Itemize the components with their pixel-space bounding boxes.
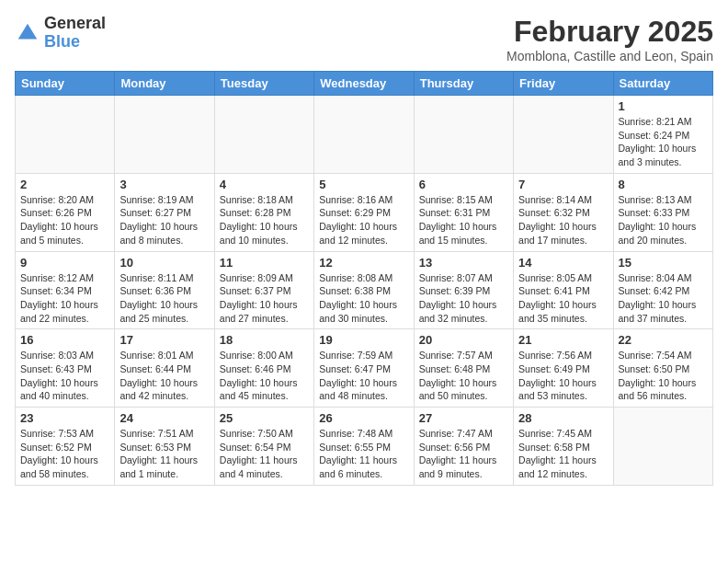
calendar-day-cell: 12Sunrise: 8:08 AM Sunset: 6:38 PM Dayli… — [314, 251, 414, 329]
day-info: Sunrise: 7:47 AM Sunset: 6:56 PM Dayligh… — [419, 427, 508, 481]
day-number: 3 — [119, 178, 209, 191]
calendar-day-cell — [214, 96, 313, 174]
logo: General Blue — [15, 15, 106, 52]
day-number: 7 — [518, 178, 608, 191]
day-info: Sunrise: 8:09 AM Sunset: 6:37 PM Dayligh… — [220, 271, 309, 326]
calendar-week-row: 2Sunrise: 8:20 AM Sunset: 6:26 PM Daylig… — [16, 173, 713, 251]
calendar-day-cell: 27Sunrise: 7:47 AM Sunset: 6:56 PM Dayli… — [414, 408, 513, 486]
calendar-day-cell: 9Sunrise: 8:12 AM Sunset: 6:34 PM Daylig… — [16, 251, 115, 329]
day-number: 24 — [119, 411, 209, 425]
day-info: Sunrise: 8:14 AM Sunset: 6:32 PM Dayligh… — [518, 193, 608, 247]
calendar-day-cell: 23Sunrise: 7:53 AM Sunset: 6:52 PM Dayli… — [16, 408, 115, 486]
day-info: Sunrise: 7:48 AM Sunset: 6:55 PM Dayligh… — [319, 427, 408, 481]
calendar-week-row: 9Sunrise: 8:12 AM Sunset: 6:34 PM Daylig… — [16, 251, 713, 329]
day-info: Sunrise: 8:21 AM Sunset: 6:24 PM Dayligh… — [619, 115, 708, 169]
day-info: Sunrise: 7:45 AM Sunset: 6:58 PM Dayligh… — [518, 427, 608, 481]
day-number: 10 — [119, 256, 209, 270]
calendar-day-cell: 11Sunrise: 8:09 AM Sunset: 6:37 PM Dayli… — [214, 251, 313, 329]
day-number: 25 — [220, 411, 309, 425]
day-info: Sunrise: 7:53 AM Sunset: 6:52 PM Dayligh… — [20, 427, 109, 481]
weekday-header: Sunday — [16, 72, 115, 96]
calendar-day-cell: 19Sunrise: 7:59 AM Sunset: 6:47 PM Dayli… — [314, 329, 414, 408]
weekday-header: Tuesday — [214, 72, 313, 96]
logo-blue: Blue — [44, 33, 106, 52]
day-number: 22 — [619, 333, 708, 347]
svg-marker-0 — [18, 24, 38, 40]
day-info: Sunrise: 8:05 AM Sunset: 6:41 PM Dayligh… — [518, 271, 608, 326]
day-number: 21 — [518, 333, 608, 347]
day-number: 20 — [419, 333, 508, 347]
logo-text: General Blue — [44, 15, 106, 52]
weekday-header-row: SundayMondayTuesdayWednesdayThursdayFrid… — [16, 72, 713, 96]
calendar-day-cell: 5Sunrise: 8:16 AM Sunset: 6:29 PM Daylig… — [314, 173, 414, 251]
weekday-header: Monday — [115, 72, 214, 96]
calendar-week-row: 16Sunrise: 8:03 AM Sunset: 6:43 PM Dayli… — [16, 329, 713, 408]
day-info: Sunrise: 8:01 AM Sunset: 6:44 PM Dayligh… — [119, 349, 209, 403]
day-info: Sunrise: 7:57 AM Sunset: 6:48 PM Dayligh… — [419, 349, 508, 403]
calendar-table: SundayMondayTuesdayWednesdayThursdayFrid… — [15, 71, 713, 486]
day-info: Sunrise: 8:16 AM Sunset: 6:29 PM Dayligh… — [319, 193, 408, 247]
day-number: 26 — [319, 411, 408, 425]
day-number: 16 — [20, 333, 109, 347]
day-number: 6 — [419, 178, 508, 191]
calendar-day-cell: 3Sunrise: 8:19 AM Sunset: 6:27 PM Daylig… — [115, 173, 214, 251]
calendar-day-cell: 16Sunrise: 8:03 AM Sunset: 6:43 PM Dayli… — [16, 329, 115, 408]
logo-icon — [15, 20, 40, 46]
day-number: 12 — [319, 256, 408, 270]
location: Momblona, Castille and Leon, Spain — [506, 49, 713, 63]
weekday-header: Saturday — [613, 72, 712, 96]
day-number: 14 — [518, 256, 608, 270]
day-info: Sunrise: 8:11 AM Sunset: 6:36 PM Dayligh… — [119, 271, 209, 326]
day-number: 8 — [619, 178, 708, 191]
weekday-header: Thursday — [414, 72, 513, 96]
calendar-day-cell: 26Sunrise: 7:48 AM Sunset: 6:55 PM Dayli… — [314, 408, 414, 486]
page-header: General Blue February 2025 Momblona, Cas… — [15, 15, 713, 63]
day-info: Sunrise: 7:50 AM Sunset: 6:54 PM Dayligh… — [220, 427, 309, 481]
calendar-day-cell — [16, 96, 115, 174]
calendar-day-cell: 1Sunrise: 8:21 AM Sunset: 6:24 PM Daylig… — [613, 96, 712, 174]
day-info: Sunrise: 8:20 AM Sunset: 6:26 PM Dayligh… — [20, 193, 109, 247]
day-number: 11 — [220, 256, 309, 270]
day-number: 2 — [20, 178, 109, 191]
calendar-day-cell: 7Sunrise: 8:14 AM Sunset: 6:32 PM Daylig… — [514, 173, 613, 251]
day-info: Sunrise: 8:13 AM Sunset: 6:33 PM Dayligh… — [619, 193, 708, 247]
calendar-day-cell: 18Sunrise: 8:00 AM Sunset: 6:46 PM Dayli… — [214, 329, 313, 408]
calendar-day-cell — [613, 408, 712, 486]
calendar-day-cell: 17Sunrise: 8:01 AM Sunset: 6:44 PM Dayli… — [115, 329, 214, 408]
calendar-day-cell: 15Sunrise: 8:04 AM Sunset: 6:42 PM Dayli… — [613, 251, 712, 329]
calendar-day-cell: 13Sunrise: 8:07 AM Sunset: 6:39 PM Dayli… — [414, 251, 513, 329]
calendar-day-cell: 4Sunrise: 8:18 AM Sunset: 6:28 PM Daylig… — [214, 173, 313, 251]
day-number: 1 — [619, 99, 708, 113]
day-number: 9 — [20, 256, 109, 270]
day-info: Sunrise: 7:54 AM Sunset: 6:50 PM Dayligh… — [619, 349, 708, 403]
day-number: 5 — [319, 178, 408, 191]
calendar-day-cell: 6Sunrise: 8:15 AM Sunset: 6:31 PM Daylig… — [414, 173, 513, 251]
calendar-day-cell: 10Sunrise: 8:11 AM Sunset: 6:36 PM Dayli… — [115, 251, 214, 329]
weekday-header: Wednesday — [314, 72, 414, 96]
day-number: 13 — [419, 256, 508, 270]
calendar-day-cell: 8Sunrise: 8:13 AM Sunset: 6:33 PM Daylig… — [613, 173, 712, 251]
calendar-day-cell: 20Sunrise: 7:57 AM Sunset: 6:48 PM Dayli… — [414, 329, 513, 408]
calendar-day-cell — [514, 96, 613, 174]
day-number: 28 — [518, 411, 608, 425]
calendar-week-row: 1Sunrise: 8:21 AM Sunset: 6:24 PM Daylig… — [16, 96, 713, 174]
day-info: Sunrise: 7:51 AM Sunset: 6:53 PM Dayligh… — [119, 427, 209, 481]
day-info: Sunrise: 8:12 AM Sunset: 6:34 PM Dayligh… — [20, 271, 109, 326]
day-info: Sunrise: 8:15 AM Sunset: 6:31 PM Dayligh… — [419, 193, 508, 247]
calendar-day-cell: 22Sunrise: 7:54 AM Sunset: 6:50 PM Dayli… — [613, 329, 712, 408]
day-number: 27 — [419, 411, 508, 425]
logo-general: General — [44, 15, 106, 33]
day-number: 4 — [220, 178, 309, 191]
day-number: 17 — [119, 333, 209, 347]
day-info: Sunrise: 8:19 AM Sunset: 6:27 PM Dayligh… — [119, 193, 209, 247]
day-info: Sunrise: 8:07 AM Sunset: 6:39 PM Dayligh… — [419, 271, 508, 326]
calendar-day-cell: 28Sunrise: 7:45 AM Sunset: 6:58 PM Dayli… — [514, 408, 613, 486]
month-title: February 2025 — [506, 15, 713, 49]
day-info: Sunrise: 8:03 AM Sunset: 6:43 PM Dayligh… — [20, 349, 109, 403]
calendar-day-cell: 2Sunrise: 8:20 AM Sunset: 6:26 PM Daylig… — [16, 173, 115, 251]
day-number: 19 — [319, 333, 408, 347]
day-info: Sunrise: 8:00 AM Sunset: 6:46 PM Dayligh… — [220, 349, 309, 403]
calendar-week-row: 23Sunrise: 7:53 AM Sunset: 6:52 PM Dayli… — [16, 408, 713, 486]
day-number: 15 — [619, 256, 708, 270]
weekday-header: Friday — [514, 72, 613, 96]
